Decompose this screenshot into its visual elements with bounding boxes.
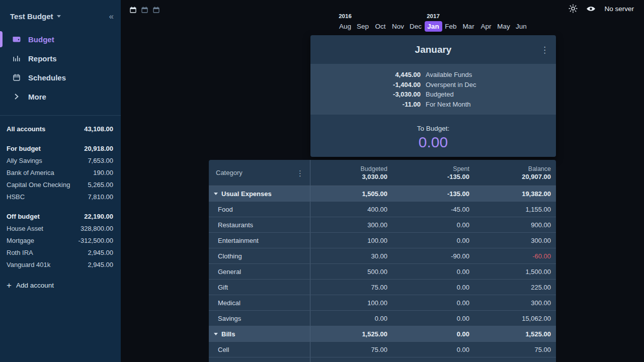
budget-category-row[interactable]: Food400.00-45.001,155.00: [209, 202, 556, 217]
budgeted-value[interactable]: 75.00: [310, 280, 392, 295]
privacy-eye-icon[interactable]: [586, 6, 596, 12]
budget-category-row[interactable]: Cell75.000.0075.00: [209, 342, 556, 357]
balance-value[interactable]: 75.00: [474, 342, 556, 357]
budgeted-value[interactable]: 500.00: [310, 264, 392, 279]
month-button-mar[interactable]: Mar: [460, 21, 477, 32]
budgeted-value[interactable]: 300.00: [310, 217, 392, 232]
spent-value[interactable]: 0.00: [392, 264, 474, 279]
month-button-may[interactable]: May: [495, 21, 513, 32]
sidebar-account-row[interactable]: Mortgage-312,500.00: [7, 234, 113, 246]
month-button-aug[interactable]: Aug: [337, 21, 354, 32]
budget-category-row[interactable]: Entertainment100.000.00300.00: [209, 233, 556, 248]
category-name-cell[interactable]: Clothing: [209, 248, 310, 263]
budgeted-value[interactable]: 0.00: [310, 311, 392, 326]
spent-value[interactable]: 0.00: [392, 280, 474, 295]
spent-value[interactable]: 0.00: [392, 326, 474, 341]
category-name-cell[interactable]: Savings: [209, 311, 310, 326]
balance-value[interactable]: 1,525.00: [474, 326, 556, 341]
balance-value[interactable]: 19,382.00: [474, 186, 556, 201]
month-button-jan[interactable]: Jan: [425, 21, 442, 32]
budget-category-row[interactable]: Savings0.000.0015,062.00: [209, 311, 556, 326]
budget-category-row[interactable]: Clothing30.00-90.00-60.00: [209, 248, 556, 264]
spent-value[interactable]: 0.00: [392, 217, 474, 232]
budget-switcher[interactable]: Test Budget: [10, 12, 61, 21]
spent-value[interactable]: 0.00: [392, 233, 474, 248]
category-name-cell[interactable]: Medical: [209, 295, 310, 310]
balance-value[interactable]: -60.00: [474, 248, 556, 263]
one-month-view-icon[interactable]: [128, 5, 137, 14]
spent-value[interactable]: -135.00: [392, 186, 474, 201]
collapse-triangle-icon[interactable]: [214, 193, 218, 195]
sidebar-collapse-icon[interactable]: «: [109, 12, 114, 21]
month-button-sep[interactable]: Sep: [354, 21, 372, 32]
sidebar-item-schedules[interactable]: Schedules: [0, 68, 121, 87]
category-name-cell[interactable]: Entertainment: [209, 233, 310, 248]
sidebar-account-row[interactable]: House Asset328,800.00: [7, 222, 113, 234]
month-button-apr[interactable]: Apr: [477, 21, 495, 32]
category-name-cell[interactable]: Usual Expenses: [209, 186, 310, 201]
month-button-oct[interactable]: Oct: [372, 21, 389, 32]
spent-value[interactable]: -45.00: [392, 202, 474, 217]
sidebar-item-budget[interactable]: Budget: [0, 30, 121, 49]
balance-value[interactable]: 1,155.00: [474, 202, 556, 217]
category-name-cell[interactable]: Cell: [209, 342, 310, 357]
sidebar-account-row[interactable]: Vanguard 401k2,945.00: [7, 258, 113, 270]
budget-group-row[interactable]: Usual Expenses1,505.00-135.0019,382.00: [209, 186, 556, 202]
sidebar-account-row[interactable]: Capital One Checking5,265.00: [7, 178, 113, 191]
sidebar-account-row[interactable]: Bank of America190.00: [7, 166, 113, 178]
balance-column-header[interactable]: Balance 20,907.00: [474, 160, 556, 186]
sidebar-item-more[interactable]: More: [0, 87, 121, 106]
collapse-triangle-icon[interactable]: [214, 333, 218, 335]
spent-value[interactable]: 0.00: [392, 342, 474, 357]
month-button-nov[interactable]: Nov: [389, 21, 407, 32]
top-right-controls: No server: [569, 4, 634, 13]
budget-category-row[interactable]: Restaurants300.000.00900.00: [209, 217, 556, 233]
month-menu-kebab-icon[interactable]: ⋮: [540, 45, 549, 54]
budgeted-column-header[interactable]: Budgeted 3,030.00: [310, 160, 392, 186]
sidebar-item-all-accounts[interactable]: All accounts 43,108.00: [7, 123, 113, 135]
spent-value[interactable]: -90.00: [392, 248, 474, 263]
category-name-cell[interactable]: Restaurants: [209, 217, 310, 232]
budget-category-row[interactable]: General500.000.001,500.00: [209, 264, 556, 280]
budgeted-value[interactable]: 1,505.00: [310, 186, 392, 201]
sidebar-item-for-budget[interactable]: For budget 20,918.00: [7, 142, 113, 154]
sidebar-item-reports[interactable]: Reports: [0, 49, 121, 68]
spent-value[interactable]: 0.00: [392, 295, 474, 310]
budget-category-row[interactable]: Gift75.000.00225.00: [209, 280, 556, 295]
theme-sun-icon[interactable]: [569, 4, 578, 13]
sidebar-account-row[interactable]: Ally Savings7,653.00: [7, 154, 113, 166]
balance-value[interactable]: 15,062.00: [474, 311, 556, 326]
category-name-cell[interactable]: Bills: [209, 326, 310, 341]
budgeted-value[interactable]: 100.00: [310, 233, 392, 248]
category-name-cell[interactable]: General: [209, 264, 310, 279]
budgeted-value[interactable]: 30.00: [310, 248, 392, 263]
month-button-jun[interactable]: Jun: [513, 21, 530, 32]
sidebar-item-off-budget[interactable]: Off budget 22,190.00: [7, 210, 113, 222]
balance-value[interactable]: 300.00: [474, 295, 556, 310]
two-month-view-icon[interactable]: [140, 5, 149, 14]
three-month-view-icon[interactable]: [151, 5, 160, 14]
sidebar-account-row[interactable]: Roth IRA2,945.00: [7, 246, 113, 258]
budget-category-row[interactable]: Medical100.000.00300.00: [209, 295, 556, 311]
budgeted-value[interactable]: 1,525.00: [310, 326, 392, 341]
budgeted-value[interactable]: 100.00: [310, 295, 392, 310]
balance-value[interactable]: 225.00: [474, 280, 556, 295]
server-status-button[interactable]: No server: [604, 5, 634, 13]
budgeted-value[interactable]: 400.00: [310, 202, 392, 217]
spent-column-header[interactable]: Spent -135.00: [392, 160, 474, 186]
sidebar-account-row[interactable]: HSBC7,810.00: [7, 191, 113, 203]
budgeted-value[interactable]: 75.00: [310, 342, 392, 357]
category-menu-kebab-icon[interactable]: ⋮: [296, 169, 304, 176]
month-button-feb[interactable]: Feb: [442, 21, 460, 32]
spent-value[interactable]: 0.00: [392, 311, 474, 326]
add-account-button[interactable]: + Add account: [7, 281, 113, 290]
balance-value[interactable]: 300.00: [474, 233, 556, 248]
category-name-cell[interactable]: Food: [209, 202, 310, 217]
balance-value[interactable]: 900.00: [474, 217, 556, 232]
summary-amount: -11.00: [310, 100, 421, 110]
category-name-cell[interactable]: Gift: [209, 280, 310, 295]
balance-value[interactable]: 1,500.00: [474, 264, 556, 279]
budget-group-row[interactable]: Bills1,525.000.001,525.00: [209, 326, 556, 342]
month-button-dec[interactable]: Dec: [407, 21, 425, 32]
to-budget-value[interactable]: 0.00: [310, 134, 556, 151]
